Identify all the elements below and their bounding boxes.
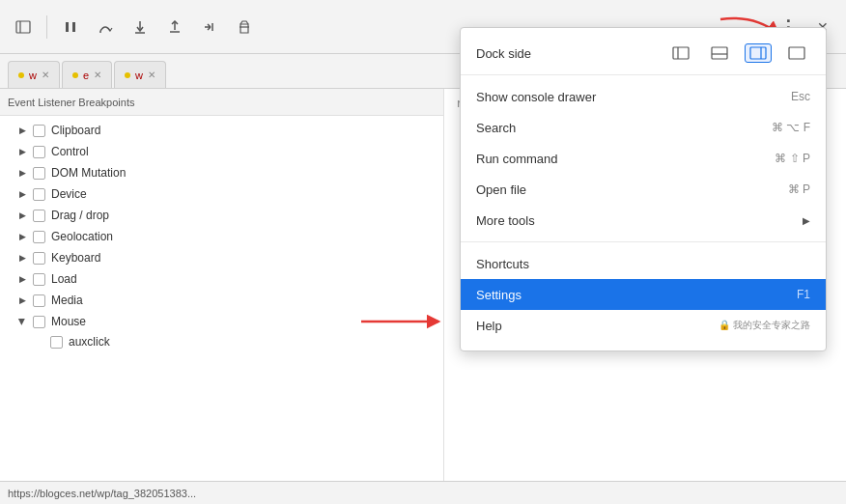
undock-button[interactable] <box>783 43 810 63</box>
expand-arrow-icon: ▶ <box>15 272 29 286</box>
list-item[interactable]: ▶ Geolocation <box>0 226 443 247</box>
list-item[interactable]: ▶ Keyboard <box>0 247 443 268</box>
checkbox[interactable] <box>50 336 63 349</box>
checkbox[interactable] <box>33 231 45 243</box>
show-console-drawer-item[interactable]: Show console drawer Esc <box>461 81 826 112</box>
tab-label: w <box>29 70 37 81</box>
menu-secondary-section: Shortcuts Settings F1 Help 🔒 我的安全专家之路 <box>461 242 826 347</box>
submenu-arrow-icon: ▶ <box>803 215 810 226</box>
checkbox[interactable] <box>33 167 45 180</box>
menu-item-shortcut: Esc <box>791 90 810 103</box>
item-label: Media <box>51 294 83 307</box>
item-label: Clipboard <box>51 124 100 137</box>
tab-w2[interactable]: w ✕ <box>114 61 166 88</box>
checkbox[interactable] <box>33 294 45 307</box>
toggle-sidebar-button[interactable] <box>8 12 39 42</box>
svg-rect-0 <box>16 21 30 33</box>
tab-indicator <box>18 72 24 78</box>
panel-title: Event Listener Breakpoints <box>8 97 134 108</box>
expand-arrow-icon: ▶ <box>15 145 29 158</box>
status-bar: https://blogces.net/wp/tag_382051383... <box>0 481 846 504</box>
item-label: Control <box>51 145 89 158</box>
list-item[interactable]: ▶ Device <box>0 183 443 205</box>
dock-side-section: Dock side <box>461 32 826 75</box>
arrow-annotation <box>356 307 444 336</box>
devtools-window: ⋮ ✕ w ✕ e ✕ w ✕ Event Listener Breakpoin… <box>0 0 846 504</box>
checkbox[interactable] <box>33 273 45 286</box>
tab-close-icon[interactable]: ✕ <box>42 70 49 80</box>
list-item[interactable]: ▶ DOM Mutation <box>0 162 443 183</box>
svg-rect-2 <box>66 22 69 32</box>
step-out-button[interactable] <box>159 12 190 42</box>
menu-item-label: Search <box>476 121 772 135</box>
step-over-button[interactable] <box>90 12 121 42</box>
dropdown-menu: Dock side <box>460 27 827 351</box>
item-label: Keyboard <box>51 251 100 265</box>
tab-label: w <box>135 70 143 81</box>
menu-item-label: Shortcuts <box>476 257 810 271</box>
search-item[interactable]: Search ⌘ ⌥ F <box>461 112 826 143</box>
checkbox[interactable] <box>33 188 45 201</box>
checkbox[interactable] <box>33 252 45 265</box>
svg-rect-19 <box>789 47 804 59</box>
menu-item-label: Settings <box>476 288 797 302</box>
tab-e[interactable]: e ✕ <box>62 61 112 88</box>
expand-arrow-icon: ▶ <box>15 209 29 222</box>
expand-arrow-icon: ▶ <box>15 294 29 307</box>
svg-rect-15 <box>712 47 727 59</box>
item-label: Geolocation <box>51 230 113 243</box>
expand-arrow-icon: ▶ <box>15 166 29 180</box>
item-label: Mouse <box>51 315 86 328</box>
expand-arrow-icon: ▶ <box>15 230 29 243</box>
expand-arrow-icon: ▶ <box>15 315 29 328</box>
checkbox[interactable] <box>33 125 45 137</box>
help-item[interactable]: Help 🔒 我的安全专家之路 <box>461 310 826 341</box>
dock-bottom-button[interactable] <box>706 43 733 63</box>
run-command-item[interactable]: Run command ⌘ ⇧ P <box>461 143 826 174</box>
more-tools-item[interactable]: More tools ▶ <box>461 205 826 236</box>
menu-item-label: More tools <box>476 213 803 228</box>
menu-main-section: Show console drawer Esc Search ⌘ ⌥ F Run… <box>461 75 826 242</box>
expand-arrow-icon: ▶ <box>15 124 29 137</box>
step-into-button[interactable] <box>125 12 155 42</box>
tab-indicator <box>125 72 130 78</box>
menu-item-shortcut: ⌘ ⇧ P <box>775 152 810 165</box>
expand-arrow-icon: ▶ <box>15 187 29 201</box>
settings-item[interactable]: Settings F1 <box>461 279 826 310</box>
item-label: Device <box>51 187 87 201</box>
event-listeners-panel: Event Listener Breakpoints ▶ Clipboard ▶… <box>0 89 444 504</box>
deactivate-button[interactable] <box>229 12 260 42</box>
dock-side-row: Dock side <box>461 38 826 69</box>
svg-rect-13 <box>673 47 689 59</box>
shortcuts-item[interactable]: Shortcuts <box>461 248 826 279</box>
menu-item-label: Help <box>476 319 715 333</box>
status-url: https://blogces.net/wp/tag_382051383... <box>8 488 196 499</box>
blog-badge: 🔒 我的安全专家之路 <box>719 319 810 332</box>
menu-item-label: Open file <box>476 182 788 197</box>
tab-close-icon[interactable]: ✕ <box>148 70 155 80</box>
svg-rect-17 <box>750 47 766 59</box>
menu-item-shortcut: F1 <box>797 288 810 301</box>
list-item[interactable]: ▶ Control <box>0 141 443 162</box>
dock-right-button[interactable] <box>745 43 772 63</box>
open-file-item[interactable]: Open file ⌘ P <box>461 174 826 205</box>
tab-w1[interactable]: w ✕ <box>8 61 60 88</box>
checkbox[interactable] <box>33 316 45 328</box>
tab-indicator <box>72 72 78 78</box>
step-button[interactable] <box>194 12 225 42</box>
dock-left-button[interactable] <box>667 43 694 63</box>
list-item[interactable]: ▶ Load <box>0 268 443 290</box>
list-item[interactable]: ▶ Clipboard <box>0 120 443 141</box>
list-item[interactable]: ▶ Drag / drop <box>0 205 443 226</box>
menu-item-label: Run command <box>476 152 775 166</box>
list-item[interactable]: ▶ Mouse <box>0 311 443 332</box>
item-label: Drag / drop <box>51 209 109 222</box>
svg-rect-3 <box>72 22 75 32</box>
checkbox[interactable] <box>33 146 45 158</box>
checkbox[interactable] <box>33 210 45 222</box>
panel-header: Event Listener Breakpoints <box>0 89 443 116</box>
menu-item-shortcut: ⌘ P <box>788 182 810 196</box>
event-list: ▶ Clipboard ▶ Control ▶ DOM Mutation ▶ <box>0 116 443 355</box>
tab-close-icon[interactable]: ✕ <box>94 70 101 80</box>
pause-button[interactable] <box>55 12 86 42</box>
